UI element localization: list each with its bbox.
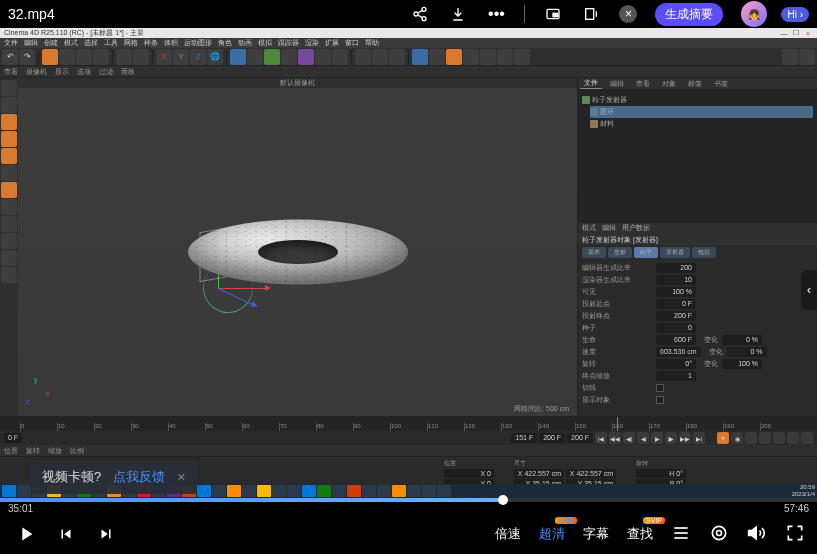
taskbar-item[interactable] (287, 485, 301, 497)
speed-input[interactable]: 603.536 cm (656, 347, 701, 357)
taskbar-item[interactable] (347, 485, 361, 497)
speed-var-input[interactable]: 0 % (727, 347, 767, 357)
cube-primitive-icon[interactable] (230, 49, 246, 65)
frame-current-input[interactable]: 151 F (511, 433, 537, 443)
quality-button[interactable]: SVIP超清 (539, 525, 565, 543)
record-icon[interactable]: ● (717, 432, 729, 444)
minimize-icon[interactable]: — (779, 29, 789, 37)
frame-range-input[interactable]: 200 F (567, 433, 593, 443)
play-button[interactable] (12, 520, 40, 548)
attr-subtab[interactable]: 发射器 (660, 247, 690, 258)
model-mode-icon[interactable] (1, 80, 17, 96)
speed-button[interactable]: 倍速 (495, 525, 521, 543)
rotate-tool-icon[interactable] (93, 49, 109, 65)
stop-input[interactable]: 200 F (656, 311, 696, 321)
taskbar-item[interactable] (272, 485, 286, 497)
y-axis-icon[interactable]: Y (173, 49, 189, 65)
menu-item[interactable]: 编辑 (24, 38, 38, 48)
keyframe-param-icon[interactable] (801, 432, 813, 444)
scene-tree[interactable]: 粒子发射器 圆环 材料 (578, 90, 817, 152)
undo-icon[interactable]: ↶ (2, 49, 18, 65)
prev-key-icon[interactable]: ◀◀ (609, 432, 621, 444)
close-icon[interactable]: × (803, 29, 813, 37)
taskbar-clock[interactable]: 20:592023/1/4 (792, 484, 815, 498)
prev-frame-icon[interactable]: ◀| (623, 432, 635, 444)
tangential-checkbox[interactable] (656, 384, 664, 392)
more-icon[interactable]: ••• (486, 4, 506, 24)
menu-item[interactable]: 网格 (124, 38, 138, 48)
grid-icon[interactable] (480, 49, 496, 65)
coord-mode-tab[interactable]: 位置 (4, 446, 18, 456)
lock-icon[interactable] (133, 49, 149, 65)
autokey-icon[interactable]: ◉ (731, 432, 743, 444)
menu-item[interactable]: 创建 (44, 38, 58, 48)
download-icon[interactable] (448, 4, 468, 24)
maximize-icon[interactable]: ☐ (791, 29, 801, 37)
progress-handle[interactable] (498, 495, 508, 505)
feedback-close-button[interactable]: × (177, 469, 185, 485)
camera-icon[interactable] (315, 49, 331, 65)
taskbar-item[interactable] (362, 485, 376, 497)
taskbar-item[interactable] (242, 485, 256, 497)
attr-subtab[interactable]: 包括 (692, 247, 716, 258)
viewport-menu[interactable]: 过滤 (99, 67, 113, 77)
hi-badge[interactable]: Hi › (781, 7, 809, 22)
objects-tab[interactable]: 查看 (632, 79, 654, 89)
quantize-icon[interactable] (1, 250, 17, 266)
mograph-icon[interactable] (412, 49, 428, 65)
subtitle-button[interactable]: 字幕 (583, 525, 609, 543)
keyframe-pos-icon[interactable] (759, 432, 771, 444)
keyframe-scale-icon[interactable] (773, 432, 785, 444)
spline-icon[interactable] (247, 49, 263, 65)
light-icon[interactable] (332, 49, 348, 65)
scale-tool-icon[interactable] (76, 49, 92, 65)
taskbar-item[interactable] (392, 485, 406, 497)
menu-item[interactable]: 角色 (218, 38, 232, 48)
rot-h-input[interactable]: H 0° (636, 469, 686, 478)
collapse-icon[interactable] (581, 4, 601, 24)
taskbar-item[interactable] (317, 485, 331, 497)
viewport-menu[interactable]: 摄像机 (26, 67, 47, 77)
rotation-var-input[interactable]: 100 % (722, 359, 762, 369)
menu-item[interactable]: 帮助 (365, 38, 379, 48)
next-frame-icon[interactable]: |▶ (665, 432, 677, 444)
seed-input[interactable]: 0 (656, 323, 696, 333)
next-key-icon[interactable]: ▶▶ (679, 432, 691, 444)
viewport-solo-icon[interactable] (1, 199, 17, 215)
menu-item[interactable]: 选择 (84, 38, 98, 48)
taskbar-item[interactable] (422, 485, 436, 497)
feedback-link[interactable]: 点我反馈 (113, 468, 165, 486)
objects-tab[interactable]: 编辑 (606, 79, 628, 89)
rotation-input[interactable]: 0° (656, 359, 696, 369)
volume-icon[interactable] (747, 523, 767, 546)
field-icon[interactable] (298, 49, 314, 65)
menu-item[interactable]: 体积 (164, 38, 178, 48)
point-mode-icon[interactable] (1, 114, 17, 130)
taskbar-item[interactable] (212, 485, 226, 497)
attr-tab[interactable]: 用户数据 (622, 223, 650, 233)
generate-summary-button[interactable]: 生成摘要 (655, 3, 723, 26)
menu-item[interactable]: 样条 (144, 38, 158, 48)
viewport-menu[interactable]: 选项 (77, 67, 91, 77)
world-icon[interactable]: 🌐 (207, 49, 223, 65)
objects-tab[interactable]: 对象 (658, 79, 680, 89)
viewport[interactable]: 默认摄像机 y x z 网格间距: 500 cm (18, 78, 577, 416)
workplane-tool-icon[interactable] (1, 233, 17, 249)
endscale-input[interactable]: 1 (656, 371, 696, 381)
texture-mode-icon[interactable] (1, 97, 17, 113)
close-badge-icon[interactable]: × (619, 5, 637, 23)
birthrate-render-input[interactable]: 10 (656, 275, 696, 285)
menu-item[interactable]: 扩展 (325, 38, 339, 48)
attr-tab[interactable]: 模式 (582, 223, 596, 233)
viewport-menu[interactable]: 面板 (121, 67, 135, 77)
taskbar-start-icon[interactable] (2, 485, 16, 497)
share-icon[interactable] (410, 4, 430, 24)
coord-mode-tab[interactable]: 比例 (70, 446, 84, 456)
taskbar-item[interactable] (407, 485, 421, 497)
locked-icon[interactable] (1, 267, 17, 283)
tweak-icon[interactable] (1, 182, 17, 198)
next-button[interactable] (92, 520, 120, 548)
prev-button[interactable] (52, 520, 80, 548)
snap-icon[interactable] (497, 49, 513, 65)
birthrate-editor-input[interactable]: 200 (656, 263, 696, 273)
